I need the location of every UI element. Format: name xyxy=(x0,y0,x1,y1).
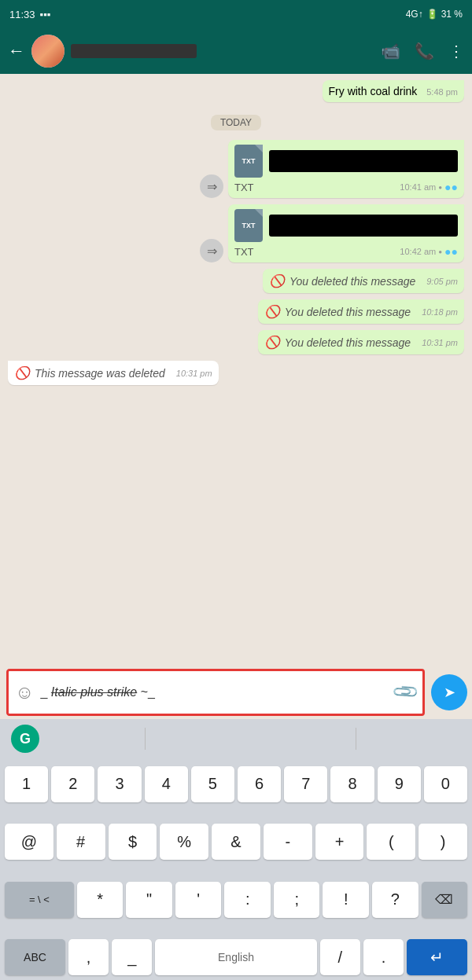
key-period[interactable]: . xyxy=(363,939,404,975)
key-semicolon[interactable]: ; xyxy=(274,882,320,918)
key-close-paren[interactable]: ) xyxy=(419,824,467,860)
key-slash[interactable]: / xyxy=(320,939,360,975)
key-7[interactable]: 7 xyxy=(284,766,327,802)
send-icon: ➤ xyxy=(444,684,455,701)
toolbar-divider-2 xyxy=(356,728,356,750)
key-enter[interactable]: ↵ xyxy=(407,939,467,975)
forward-icon[interactable]: ⇒ xyxy=(200,174,223,198)
chat-body: Fry with coal drink 5:48 pm TODAY ⇒ TXT … xyxy=(0,74,472,666)
key-abc[interactable]: ABC xyxy=(5,939,65,975)
deleted-msg-2: 🚫 You deleted this message 10:18 pm xyxy=(258,299,464,324)
key-9[interactable]: 9 xyxy=(378,766,421,802)
key-equals-backslash[interactable]: = \ < xyxy=(5,882,74,918)
key-asterisk[interactable]: * xyxy=(77,882,124,918)
phone-call-button[interactable]: 📞 xyxy=(415,42,434,61)
back-button[interactable]: ← xyxy=(8,41,25,61)
key-8[interactable]: 8 xyxy=(330,766,374,802)
key-underscore[interactable]: _ xyxy=(112,939,152,975)
key-5[interactable]: 5 xyxy=(191,766,234,802)
battery-icon: 🔋 xyxy=(426,9,438,20)
key-plus[interactable]: + xyxy=(315,824,364,860)
txt-file-icon-2: TXT xyxy=(234,209,263,242)
key-comma[interactable]: , xyxy=(68,939,109,975)
key-ampersand[interactable]: & xyxy=(212,824,260,860)
avatar[interactable] xyxy=(31,35,65,68)
send-button[interactable]: ➤ xyxy=(431,674,467,710)
network-label: 4G↑ xyxy=(406,9,423,20)
contact-name xyxy=(71,44,197,58)
toolbar-divider-1 xyxy=(145,728,146,750)
key-hash[interactable]: # xyxy=(57,824,105,860)
video-call-button[interactable]: 📹 xyxy=(381,42,400,61)
more-options-button[interactable]: ⋮ xyxy=(448,42,464,61)
key-1[interactable]: 1 xyxy=(5,766,48,802)
txt-file-icon: TXT xyxy=(234,145,263,178)
key-minus[interactable]: - xyxy=(264,824,312,860)
key-exclaim[interactable]: ! xyxy=(323,882,369,918)
message-input-bar[interactable]: ☺ _ Italic plus strike ~_ 📎 xyxy=(6,669,425,716)
grammarly-button[interactable]: G xyxy=(11,725,39,753)
table-row: ⇒ TXT TXT 10:42 am ● ●● xyxy=(8,204,464,262)
header-icons: 📹 📞 ⋮ xyxy=(381,42,464,61)
message-input[interactable]: _ Italic plus strike ~_ xyxy=(41,685,389,699)
backspace-key[interactable]: ⌫ xyxy=(422,882,468,918)
keyboard-row-symbols2: = \ < * " ' : ; ! ? ⌫ xyxy=(3,871,469,929)
deleted-msg-received: 🚫 This message was deleted 10:31 pm xyxy=(8,361,219,385)
emoji-button[interactable]: ☺ xyxy=(15,681,35,703)
time-display: 11:33 xyxy=(9,9,35,20)
forward-icon-2[interactable]: ⇒ xyxy=(200,239,223,262)
key-0[interactable]: 0 xyxy=(424,766,467,802)
keyboard-row-numbers: 1 2 3 4 5 6 7 8 9 0 xyxy=(3,755,469,813)
key-space-english[interactable]: English xyxy=(155,939,316,975)
status-bar: 11:33 ▪▪▪ 4G↑ 🔋 31 % xyxy=(0,0,472,28)
key-3[interactable]: 3 xyxy=(98,766,141,802)
key-4[interactable]: 4 xyxy=(145,766,188,802)
key-dquote[interactable]: " xyxy=(126,882,172,918)
prev-message: Fry with coal drink 5:48 pm xyxy=(323,80,464,102)
battery-label: 31 % xyxy=(441,9,463,20)
file-name-redacted xyxy=(269,150,458,172)
key-question[interactable]: ? xyxy=(372,882,419,918)
keyboard-row-symbols1: @ # $ % & - + ( ) xyxy=(3,813,469,872)
table-row: 🚫 You deleted this message 9:05 pm xyxy=(8,269,464,293)
chat-header: ← 📹 📞 ⋮ xyxy=(0,28,472,74)
key-percent[interactable]: % xyxy=(160,824,208,860)
file-name-redacted-2 xyxy=(269,215,458,237)
key-squote[interactable]: ' xyxy=(175,882,222,918)
key-at[interactable]: @ xyxy=(5,824,53,860)
signal-icon: ▪▪▪ xyxy=(40,9,51,20)
deleted-msg-3: 🚫 You deleted this message 10:31 pm xyxy=(258,330,464,354)
keyboard-row-bottom: ABC , _ English / . ↵ xyxy=(3,929,469,981)
table-row: 🚫 You deleted this message 10:18 pm xyxy=(8,299,464,324)
keyboard-toolbar: G xyxy=(3,722,469,755)
key-colon[interactable]: : xyxy=(224,882,271,918)
table-row: 🚫 You deleted this message 10:31 pm xyxy=(8,330,464,354)
keyboard: G 1 2 3 4 5 6 7 8 9 0 @ # $ % & - + ( ) … xyxy=(0,719,472,980)
key-open-paren[interactable]: ( xyxy=(367,824,415,860)
deleted-msg-1: 🚫 You deleted this message 9:05 pm xyxy=(263,269,464,293)
key-2[interactable]: 2 xyxy=(51,766,94,802)
key-dollar[interactable]: $ xyxy=(109,824,157,860)
file-message-1: TXT TXT 10:41 am ● ●● xyxy=(228,140,464,198)
file-message-2: TXT TXT 10:42 am ● ●● xyxy=(228,204,464,262)
date-divider: TODAY xyxy=(211,115,261,129)
table-row: ⇒ TXT TXT 10:41 am ● ●● xyxy=(8,140,464,198)
table-row: 🚫 This message was deleted 10:31 pm xyxy=(8,361,464,385)
attach-button[interactable]: 📎 xyxy=(391,677,420,707)
key-6[interactable]: 6 xyxy=(238,766,281,802)
